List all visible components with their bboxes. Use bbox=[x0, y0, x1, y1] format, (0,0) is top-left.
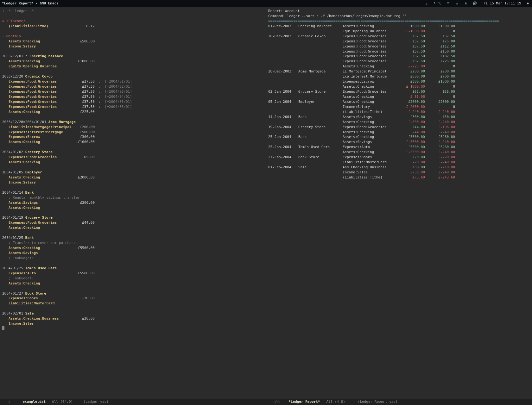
posting-line[interactable]: (Liabilities:Tithe)0.12 bbox=[2, 24, 264, 29]
posting-line[interactable]: Assets:Checking bbox=[2, 160, 264, 165]
register-row[interactable]: Equi:Opening Balances£-1000.000 bbox=[268, 29, 530, 34]
register-row[interactable]: (Liabilities:Tithe)£-240.00£-240.00 bbox=[268, 109, 530, 115]
tx-header[interactable]: 2004/01/14 Bank bbox=[2, 190, 264, 195]
register-row[interactable]: (Liabilities:Tithe)£-3.60£-243.60 bbox=[268, 175, 530, 180]
ledger-report-buffer[interactable]: Report: accountCommand: ledger --sort d … bbox=[266, 7, 532, 398]
posting-line[interactable]: Expenses:Food:Groceries£37.50; [=2004/05… bbox=[2, 99, 264, 104]
tx-header[interactable]: 2004/01/19 Grocery Store bbox=[2, 215, 264, 220]
register-row[interactable]: Assets:Savings£-5500.00£-240.00 bbox=[268, 140, 530, 145]
modeline-right: --:@%%- *Ledger Report* All (4,0) (Ledge… bbox=[266, 399, 532, 405]
posting-line[interactable]: Assets:Savings£300.00 bbox=[2, 200, 264, 205]
register-row[interactable]: Expenses:Escrow£300.00£1000.00 bbox=[268, 79, 530, 84]
tx-header[interactable]: 2003/12/01 * Checking balance bbox=[2, 54, 264, 59]
register-row[interactable]: Assets:Checking£-5500.00£-240.00 bbox=[268, 150, 530, 155]
register-row[interactable]: 02-Jan-2004Grocery StoreExpens:Food:Groc… bbox=[268, 89, 530, 94]
volume-icon[interactable]: 🔊 bbox=[472, 1, 477, 6]
systray: ☁ 7 °C ⟳ ✉ ⇅ 🔊 Fri 15 Mar 17:11:19 ✺ bbox=[424, 1, 530, 6]
settings-icon[interactable]: ✺ bbox=[526, 1, 530, 6]
register-row[interactable]: Assets:Checking£-1000.000 bbox=[268, 84, 530, 89]
tx-header[interactable]: 2004/01/25 Bank bbox=[2, 235, 264, 240]
register-row[interactable]: 01-Feb-2004SaleAss:Checking:Business£30.… bbox=[268, 165, 530, 170]
tx-header[interactable]: 2004/01/05 Employer bbox=[2, 170, 264, 175]
register-row[interactable]: Income:Salary£-2000.000 bbox=[268, 104, 530, 109]
posting-line[interactable]: Expenses:Food:Groceries£37.50; [=2004/06… bbox=[2, 104, 264, 109]
posting-line[interactable]: Assets:Checking bbox=[2, 205, 264, 210]
tx-header[interactable]: 2004/01/02 Grocery Store bbox=[2, 150, 264, 155]
modeline-left: --:@--- example.dat All (64,0) (Ledger y… bbox=[0, 399, 266, 405]
posting-line[interactable]: Income:Sales bbox=[2, 321, 264, 326]
posting-line[interactable]: Expenses:Food:Groceries£37.50; [=2004/02… bbox=[2, 84, 264, 89]
register-row[interactable]: Expens:Food:Groceries£37.50£75.00 bbox=[268, 39, 530, 44]
register-row[interactable]: 25-Jan-2004BankAssets:Checking£5500.00£5… bbox=[268, 134, 530, 140]
register-row[interactable]: 28-Dec-2003Acme MortgageLi:Mortgage:Prin… bbox=[268, 69, 530, 74]
register-row[interactable]: 14-Jan-2004BankAssets:Savings£300.00£60.… bbox=[268, 115, 530, 120]
posting-line[interactable]: Assets:Checking£5500.00 bbox=[2, 246, 264, 251]
automated-tx[interactable]: = /^Income/ bbox=[2, 19, 264, 24]
register-row[interactable]: Expens:Food:Groceries£37.50£112.50 bbox=[268, 44, 530, 49]
register-row[interactable]: 01-Dec-2003Checking balanceAssets:Checki… bbox=[268, 24, 530, 29]
posting-line[interactable]: Assets:Checking-£225.00 bbox=[2, 109, 264, 115]
register-row[interactable]: 19-Jan-2004Grocery StoreExpens:Food:Groc… bbox=[268, 125, 530, 130]
posting-line[interactable]: Assets:Checking bbox=[2, 281, 264, 286]
report-type: Report: account bbox=[268, 9, 530, 14]
posting-line[interactable]: Expenses:Books£20.00 bbox=[2, 296, 264, 301]
register-row[interactable]: Income:Sales£-30.00£-240.00 bbox=[268, 170, 530, 175]
register-row[interactable]: Assets:Checking£-65.000 bbox=[268, 94, 530, 99]
posting-line[interactable]: Liabilities:MasterCard bbox=[2, 301, 264, 306]
posting-line[interactable]: Expenses:Food:Groceries£37.50; [=2004/03… bbox=[2, 89, 264, 94]
mail-icon[interactable]: ✉ bbox=[455, 1, 459, 6]
posting-line[interactable]: Equity:Opening Balances bbox=[2, 64, 264, 69]
periodic-tx[interactable]: ~ Monthly bbox=[2, 34, 264, 39]
register-row[interactable]: Assets:Checking£-225.000 bbox=[268, 64, 530, 69]
tx-header[interactable]: 2003/12/20 Organic Co-op bbox=[2, 74, 264, 79]
posting-line[interactable]: Assets:Checking£2000.00 bbox=[2, 175, 264, 180]
pane-ledger-source[interactable]: ; -*- ledger -*- = /^Income/(Liabilities… bbox=[0, 7, 266, 405]
tx-header[interactable]: 2004/02/01 Sale bbox=[2, 311, 264, 316]
posting-line[interactable]: Liabilities:Mortgage:Principal£200.00 bbox=[2, 125, 264, 130]
pane-ledger-report[interactable]: Report: accountCommand: ledger --sort d … bbox=[266, 7, 532, 405]
window-title-text: *Ledger Report* - GNU Emacs bbox=[2, 1, 59, 5]
tx-header[interactable]: 2004/01/25 Tom's Used Cars bbox=[2, 266, 264, 271]
register-row[interactable]: Assets:Checking£-300.00£-240.00 bbox=[268, 120, 530, 125]
posting-line[interactable]: Assets:Checking£1000.00 bbox=[2, 59, 264, 64]
refresh-icon[interactable]: ⟳ bbox=[446, 1, 450, 6]
register-row[interactable]: 20-Dec-2003Organic Co-opExpens:Food:Groc… bbox=[268, 34, 530, 39]
posting-line[interactable]: Assets:Checking:Business£30.00 bbox=[2, 316, 264, 321]
modeline-buffer-name: example.dat bbox=[22, 399, 46, 404]
posting-line[interactable]: Assets:Savings bbox=[2, 251, 264, 256]
report-rule: ========================================… bbox=[268, 19, 530, 24]
mode-comment: ; -*- ledger -*- bbox=[2, 9, 264, 14]
modeline-position: All (4,0) bbox=[320, 399, 358, 404]
ledger-source-buffer[interactable]: ; -*- ledger -*- = /^Income/(Liabilities… bbox=[0, 7, 266, 398]
posting-line[interactable]: Assets:Checking-£1000.00 bbox=[2, 140, 264, 145]
register-row[interactable]: 27-Jan-2004Book StoreExpenses:Books£20.0… bbox=[268, 155, 530, 160]
modeline-prefix: --:@--- bbox=[2, 399, 22, 404]
register-row[interactable]: 25-Jan-2004Tom's Used CarsExpenses:Auto£… bbox=[268, 145, 530, 150]
register-row[interactable]: Exp:Interest:Mortgage£500.00£700.00 bbox=[268, 74, 530, 79]
register-row[interactable]: Expens:Food:Groceries£37.50£225.00 bbox=[268, 59, 530, 64]
modeline-position: All (64,0) bbox=[46, 399, 83, 404]
tx-header[interactable]: 2004/01/27 Book Store bbox=[2, 291, 264, 296]
posting-line[interactable]: Income:Salary bbox=[2, 180, 264, 185]
register-row[interactable]: 05-Jan-2004EmployerAssets:Checking£2000.… bbox=[268, 99, 530, 104]
posting-line[interactable]: Expenses:Food:Groceries£37.50; [=2004/01… bbox=[2, 79, 264, 84]
posting-line[interactable]: Income:Salary bbox=[2, 44, 264, 49]
tx-header[interactable]: 2003/12/28=2004/01/01 Acme Mortgage bbox=[2, 120, 264, 125]
posting-line[interactable]: Expenses:Auto£5500.00 bbox=[2, 271, 264, 276]
register-row[interactable]: Assets:Checking£-44.00£-240.00 bbox=[268, 130, 530, 135]
posting-line[interactable]: Expenses:Escrow£300.00 bbox=[2, 134, 264, 140]
register-row[interactable]: Liabilitie:MasterCard£-20.00£-240.00 bbox=[268, 160, 530, 165]
register-row[interactable]: Expens:Food:Groceries£37.50£187.50 bbox=[268, 54, 530, 59]
posting-line[interactable]: Assets:Checking£500.00 bbox=[2, 39, 264, 44]
posting-line[interactable]: Assets:Checking bbox=[2, 225, 264, 230]
window-title: *Ledger Report* - GNU Emacs bbox=[2, 1, 59, 6]
posting-line[interactable]: Expenses:Food:Groceries£44.00 bbox=[2, 220, 264, 225]
register-row[interactable]: Expens:Food:Groceries£37.50£150.00 bbox=[268, 49, 530, 54]
posting-line[interactable]: Expenses:Food:Groceries£65.00 bbox=[2, 155, 264, 160]
posting-line[interactable]: Expenses:Interest:Mortgage£500.00 bbox=[2, 130, 264, 135]
network-icon[interactable]: ⇅ bbox=[464, 1, 468, 6]
posting-line[interactable]: Expenses:Food:Groceries£37.50; [=2004/04… bbox=[2, 94, 264, 99]
modeline-prefix: --:@%%- bbox=[268, 399, 288, 404]
modeline-mode: (Ledger Report yas) bbox=[358, 399, 398, 404]
tx-note: ; :nobudget: bbox=[2, 256, 264, 261]
